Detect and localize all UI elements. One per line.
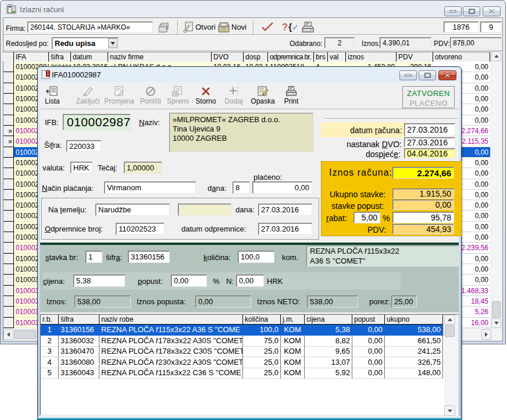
svg-text:C: C bbox=[47, 75, 49, 78]
